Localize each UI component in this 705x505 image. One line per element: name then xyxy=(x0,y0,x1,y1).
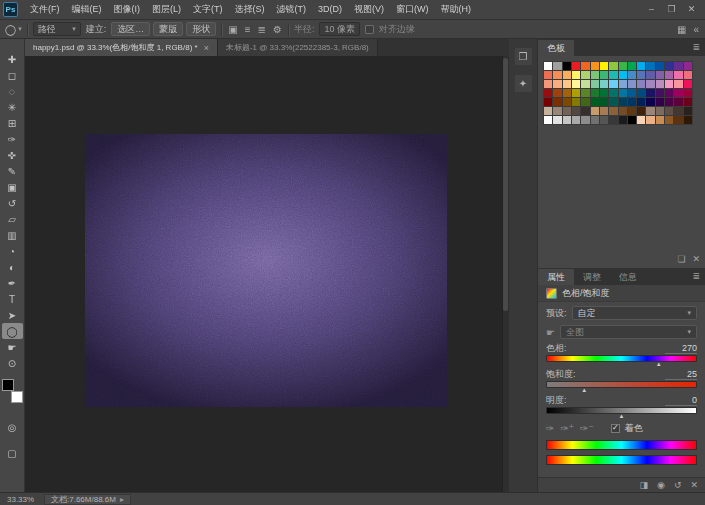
eyedropper-tool[interactable]: ✑ xyxy=(2,131,23,147)
slider-value[interactable]: 270 xyxy=(665,343,697,354)
menu-item[interactable]: 视图(V) xyxy=(348,0,390,20)
color-swatch[interactable] xyxy=(591,62,599,70)
color-swatch[interactable] xyxy=(600,71,608,79)
slider-thumb[interactable]: ▲ xyxy=(619,413,625,419)
color-swatch[interactable] xyxy=(619,80,627,88)
dodge-tool[interactable]: ◐ xyxy=(2,259,23,275)
color-swatch[interactable] xyxy=(674,116,682,124)
color-swatch[interactable] xyxy=(665,71,673,79)
color-swatch[interactable] xyxy=(646,80,654,88)
color-swatch[interactable] xyxy=(544,71,552,79)
color-swatch[interactable] xyxy=(684,89,692,97)
slider-track[interactable]: ▲ xyxy=(546,407,697,414)
clip-to-layer-icon[interactable]: ◨ xyxy=(640,480,649,490)
color-swatch[interactable] xyxy=(609,71,617,79)
color-swatch[interactable] xyxy=(591,80,599,88)
color-swatch[interactable] xyxy=(563,116,571,124)
make-button[interactable]: 选区… xyxy=(111,22,150,36)
menu-item[interactable]: 窗口(W) xyxy=(390,0,435,20)
move-tool[interactable]: ✚ xyxy=(2,51,23,67)
channel-select[interactable]: 全图 ▾ xyxy=(560,325,697,339)
eyedropper-plus-icon[interactable]: ✑⁺ xyxy=(560,423,574,434)
color-swatch[interactable] xyxy=(628,89,636,97)
color-swatch[interactable] xyxy=(646,62,654,70)
color-swatch[interactable] xyxy=(619,89,627,97)
slider-value[interactable]: 25 xyxy=(665,369,697,380)
color-swatch[interactable] xyxy=(581,116,589,124)
color-swatch[interactable] xyxy=(563,71,571,79)
tool-preset-picker[interactable]: ◯ ▾ xyxy=(5,24,22,35)
settings-gear-icon[interactable]: ⚙ xyxy=(272,24,283,35)
quick-selection-tool[interactable]: ✳ xyxy=(2,99,23,115)
panel-menu-icon[interactable]: ≣ xyxy=(692,271,700,281)
color-swatch[interactable] xyxy=(684,71,692,79)
color-swatch[interactable] xyxy=(656,107,664,115)
slider-value[interactable]: 0 xyxy=(665,395,697,406)
path-align-icon[interactable]: ≡ xyxy=(244,24,252,35)
colorize-checkbox[interactable]: ✓ xyxy=(611,424,620,433)
reset-icon[interactable]: ↺ xyxy=(674,480,682,490)
color-swatch[interactable] xyxy=(674,80,682,88)
color-swatch[interactable] xyxy=(665,89,673,97)
gradient-tool[interactable]: ▥ xyxy=(2,227,23,243)
screen-mode-icon[interactable]: ▢ xyxy=(2,445,23,461)
scrollbar-thumb[interactable] xyxy=(503,58,508,311)
zoom-level[interactable]: 33.33% xyxy=(0,495,44,504)
clone-stamp-tool[interactable]: ▣ xyxy=(2,179,23,195)
make-button[interactable]: 形状 xyxy=(186,22,216,36)
color-swatch[interactable] xyxy=(600,107,608,115)
quick-mask-icon[interactable]: ◎ xyxy=(2,419,23,435)
slider-track[interactable]: ▲ xyxy=(546,381,697,388)
color-swatch[interactable] xyxy=(563,98,571,106)
make-button[interactable]: 蒙版 xyxy=(153,22,183,36)
color-swatch[interactable] xyxy=(544,62,552,70)
radius-field[interactable]: 10 像素 xyxy=(319,22,360,36)
color-swatch[interactable] xyxy=(600,80,608,88)
color-swatch[interactable] xyxy=(553,62,561,70)
color-swatch[interactable] xyxy=(581,62,589,70)
delete-swatch-icon[interactable]: ✕ xyxy=(692,254,700,264)
color-swatch[interactable] xyxy=(665,98,673,106)
eyedropper-icon[interactable]: ✑ xyxy=(546,423,554,434)
slider-track[interactable]: ▲ xyxy=(546,355,697,362)
targeted-adjustment-icon[interactable]: ☛ xyxy=(546,327,555,338)
path-selection-tool[interactable]: ➤ xyxy=(2,307,23,323)
color-swatch[interactable] xyxy=(656,116,664,124)
color-swatch[interactable] xyxy=(609,98,617,106)
minimize-button[interactable]: – xyxy=(643,3,660,17)
path-arrange-icon[interactable]: ≣ xyxy=(257,24,267,35)
menu-item[interactable]: 3D(D) xyxy=(312,0,348,20)
eraser-tool[interactable]: ▱ xyxy=(2,211,23,227)
color-swatch[interactable] xyxy=(628,80,636,88)
color-swatch[interactable] xyxy=(619,62,627,70)
document-tab[interactable]: happy1.psd @ 33.3%(色相/饱和度 1, RGB/8) *× xyxy=(25,39,218,56)
color-swatch[interactable] xyxy=(591,71,599,79)
color-swatch[interactable] xyxy=(628,98,636,106)
color-swatch[interactable] xyxy=(665,107,673,115)
color-swatch[interactable] xyxy=(674,107,682,115)
color-swatch[interactable] xyxy=(609,107,617,115)
document-image[interactable] xyxy=(85,134,447,407)
lasso-tool[interactable]: ◌ xyxy=(2,83,23,99)
color-swatch[interactable] xyxy=(684,98,692,106)
color-swatch[interactable] xyxy=(563,80,571,88)
color-swatch[interactable] xyxy=(674,71,682,79)
color-swatch[interactable] xyxy=(600,62,608,70)
tool-mode-select[interactable]: 路径 ▾ xyxy=(33,22,81,36)
document-tab[interactable]: 未标题-1 @ 33.3%(22522385-3, RGB/8) xyxy=(218,39,378,56)
color-swatch[interactable] xyxy=(628,71,636,79)
color-swatch[interactable] xyxy=(628,116,636,124)
toggle-visibility-icon[interactable]: ◉ xyxy=(657,480,665,490)
hand-tool[interactable]: ☛ xyxy=(2,339,23,355)
color-swatch[interactable] xyxy=(572,116,580,124)
color-swatch[interactable] xyxy=(591,98,599,106)
color-swatch[interactable] xyxy=(581,89,589,97)
color-swatch[interactable] xyxy=(637,80,645,88)
color-swatch[interactable] xyxy=(637,107,645,115)
menu-item[interactable]: 图层(L) xyxy=(146,0,187,20)
eyedropper-minus-icon[interactable]: ✑⁻ xyxy=(580,423,594,434)
healing-brush-tool[interactable]: ✜ xyxy=(2,147,23,163)
color-swatch[interactable] xyxy=(637,71,645,79)
collapsed-panel-icon-1[interactable]: ❐ xyxy=(514,47,533,66)
color-swatch[interactable] xyxy=(637,116,645,124)
